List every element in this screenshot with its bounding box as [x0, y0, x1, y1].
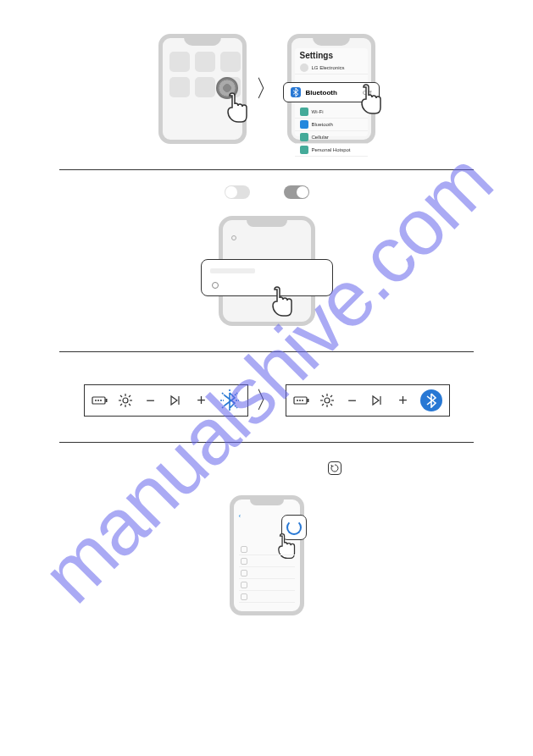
svg-point-27: [302, 400, 303, 401]
svg-line-34: [330, 404, 332, 406]
device-icon: [241, 558, 247, 565]
device-list: [239, 544, 295, 603]
settings-title: Settings: [295, 48, 368, 62]
settings-gear-icon[interactable]: [216, 77, 238, 99]
phone-bt-list: [219, 216, 315, 326]
svg-rect-1: [105, 399, 107, 402]
account-row: LG Electronics: [295, 62, 368, 74]
app-icon: [169, 52, 190, 72]
toggle-knob: [297, 186, 308, 198]
spinner-icon: [286, 520, 302, 535]
svg-point-5: [123, 398, 128, 403]
device-icon: [241, 593, 247, 600]
phone-homescreen: [158, 34, 247, 144]
play-next-icon[interactable]: [369, 392, 386, 409]
wifi-icon: [300, 108, 308, 116]
bluetooth-icon: [291, 87, 301, 97]
bluetooth-label: Bluetooth: [306, 89, 358, 97]
back-chevron-icon[interactable]: ‹: [239, 512, 242, 520]
account-name: LG Electronics: [312, 65, 345, 70]
list-item[interactable]: [239, 579, 295, 591]
toggle-row: [0, 185, 533, 199]
light-icon[interactable]: [117, 392, 134, 409]
small-circle-icon: [231, 235, 236, 240]
step-refresh: ‹: [0, 443, 533, 649]
minus-button[interactable]: −: [142, 392, 159, 409]
svg-rect-24: [307, 399, 308, 402]
minus-button[interactable]: −: [344, 392, 361, 409]
device-icon: [241, 546, 247, 553]
svg-point-2: [95, 400, 97, 401]
refresh-hint-row: [0, 461, 533, 475]
bluetooth-value: Off: [363, 89, 372, 97]
device-icon: [241, 570, 247, 577]
list-item[interactable]: [239, 544, 295, 555]
control-bar-before: − +: [84, 384, 248, 417]
info-circle-icon: [212, 282, 219, 289]
battery-icon[interactable]: [293, 392, 310, 409]
app-icon: [169, 77, 190, 97]
phone-notch: [313, 37, 350, 46]
bluetooth-row-callout[interactable]: Bluetooth Off: [283, 82, 380, 102]
light-icon[interactable]: [319, 392, 336, 409]
svg-line-22: [235, 393, 237, 395]
svg-line-10: [120, 395, 122, 397]
svg-point-3: [97, 400, 99, 401]
bluetooth-connected-icon[interactable]: [420, 389, 442, 411]
phone-notch: [247, 220, 287, 227]
step-button-bar: − + 〉: [0, 352, 533, 442]
play-next-icon[interactable]: [168, 392, 185, 409]
toggle-off[interactable]: [225, 185, 250, 199]
step-toggle-select: [0, 170, 533, 351]
svg-line-19: [222, 393, 225, 395]
list-item[interactable]: [239, 591, 295, 603]
svg-point-4: [100, 400, 102, 401]
plus-button[interactable]: +: [395, 392, 412, 409]
phone-notch: [250, 499, 284, 505]
manual-page: manualshive.com 〉 Settings: [0, 0, 533, 756]
device-select-callout[interactable]: [201, 259, 333, 296]
list-item[interactable]: [239, 555, 295, 567]
toggle-knob: [225, 186, 237, 198]
svg-line-33: [322, 395, 324, 397]
svg-point-25: [297, 400, 298, 401]
svg-line-35: [322, 404, 324, 406]
app-icon: [220, 52, 241, 72]
settings-screen: Settings LG Electronics Bluetooth Off Wi…: [295, 48, 368, 136]
svg-line-36: [330, 395, 332, 397]
app-icon: [195, 77, 215, 97]
bt-icon: [300, 120, 308, 129]
device-icon: [241, 582, 247, 588]
settings-row: Bluetooth: [295, 119, 368, 131]
chevron-right-icon: 〉: [255, 384, 279, 417]
control-bar-after: − +: [286, 384, 450, 417]
plus-button[interactable]: +: [193, 392, 210, 409]
hotspot-icon: [300, 146, 308, 154]
svg-line-12: [120, 404, 122, 406]
app-icon: [195, 52, 215, 72]
settings-row: Personal Hotspot: [295, 144, 368, 157]
svg-point-28: [325, 398, 330, 403]
svg-line-20: [235, 406, 237, 408]
cell-icon: [300, 133, 308, 141]
svg-line-21: [222, 406, 225, 408]
step-settings-bluetooth: 〉 Settings LG Electronics Bluetooth Off: [0, 0, 533, 169]
refresh-button-callout[interactable]: [281, 515, 307, 540]
svg-point-26: [299, 400, 301, 401]
svg-line-13: [129, 395, 130, 397]
settings-row: Cellular: [295, 131, 368, 144]
phone-settings-screen: Settings LG Electronics Bluetooth Off Wi…: [287, 34, 375, 144]
bluetooth-blinking-icon[interactable]: [219, 389, 241, 411]
battery-icon[interactable]: [92, 392, 108, 409]
toggle-on[interactable]: [284, 185, 309, 199]
avatar-icon: [300, 63, 308, 72]
refresh-icon: [328, 461, 341, 475]
placeholder-line: [210, 268, 256, 273]
chevron-right-icon: 〉: [255, 73, 279, 105]
phone-notch: [184, 37, 221, 46]
list-item[interactable]: [239, 567, 295, 579]
settings-row: Wi-Fi: [295, 106, 368, 119]
svg-line-11: [129, 404, 130, 406]
phone-refresh-screen: ‹: [230, 495, 304, 615]
